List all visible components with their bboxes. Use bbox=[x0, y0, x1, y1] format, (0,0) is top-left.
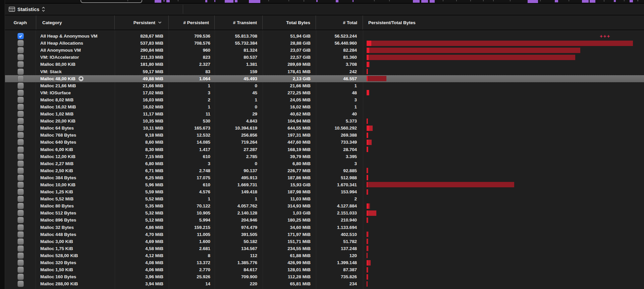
table-row[interactable]: Malloc 12,00 KiB7,15 MiB6102.78539,79 Mi… bbox=[5, 153, 644, 160]
graph-checkbox[interactable] bbox=[17, 132, 24, 138]
table-row[interactable]: Malloc 5,52 MiB5,52 MiB1111,03 MiB2 bbox=[5, 195, 644, 202]
graph-cell bbox=[5, 188, 36, 195]
graph-checkbox[interactable] bbox=[17, 54, 24, 60]
table-row[interactable]: Malloc 8,02 MiB16,03 MiB2124,05 MiB3 bbox=[5, 96, 644, 103]
graph-checkbox[interactable] bbox=[17, 153, 24, 160]
graph-checkbox[interactable] bbox=[17, 160, 24, 167]
table-row[interactable]: Malloc 1,02 MiB11,17 MiB112940,62 MiB40 bbox=[5, 110, 644, 117]
statistics-table-body: All Heap & Anonymous VM828,67 MiB709.536… bbox=[5, 30, 644, 287]
column-header-persistent[interactable]: Persistent bbox=[115, 15, 169, 30]
bar-overflow-marker: +++ bbox=[600, 33, 610, 40]
graph-checkbox[interactable] bbox=[17, 33, 24, 39]
table-row[interactable]: Malloc 384 Bytes6,25 MiB17.075495.913187… bbox=[5, 174, 644, 181]
table-row[interactable]: VM: Stack59,17 MiB83159178,41 MiB242 bbox=[5, 68, 644, 75]
table-row[interactable]: Malloc 448 Bytes4,70 MiB11.005391.505171… bbox=[5, 231, 644, 238]
column-header-num-transient[interactable]: # Transient bbox=[215, 15, 263, 30]
column-header-category[interactable]: Category bbox=[36, 15, 115, 30]
table-row[interactable]: All Heap Allocations537,83 MiB708.57655.… bbox=[5, 40, 644, 47]
graph-checkbox[interactable] bbox=[17, 40, 24, 46]
num-total-cell: 46.557 bbox=[316, 75, 363, 82]
table-row[interactable]: VM: IOAccelerator211,33 MiB82380.53722,5… bbox=[5, 54, 644, 61]
graph-checkbox[interactable] bbox=[17, 281, 24, 287]
graph-checkbox[interactable] bbox=[17, 196, 24, 202]
graph-checkbox[interactable] bbox=[17, 267, 24, 273]
persistent-cell: 211,33 MiB bbox=[115, 54, 169, 61]
num-total-cell: 10.560.292 bbox=[316, 125, 363, 132]
graph-checkbox[interactable] bbox=[17, 224, 24, 231]
table-row[interactable]: Malloc 1,50 KiB4,06 MiB2.77084.617128,01… bbox=[5, 266, 644, 273]
table-row[interactable]: Malloc 2,27 MiB6,80 MiB306,80 MiB3 bbox=[5, 160, 644, 167]
column-header-persistent-total-bytes[interactable]: Persistent/Total Bytes bbox=[363, 15, 644, 30]
graph-checkbox[interactable] bbox=[17, 68, 24, 75]
table-row[interactable]: All Anonymous VM290,84 MiB96081.32423,07… bbox=[5, 47, 644, 54]
table-row[interactable]: Malloc 20,00 KiB10,35 MiB5304.843104,94 … bbox=[5, 117, 644, 125]
jump-to-arrow-icon[interactable] bbox=[78, 76, 84, 81]
graph-checkbox[interactable] bbox=[17, 210, 24, 216]
graph-checkbox[interactable] bbox=[17, 125, 24, 131]
detail-view-jump-bar[interactable]: Statistics bbox=[9, 6, 45, 12]
graph-checkbox[interactable] bbox=[17, 189, 24, 195]
table-row[interactable]: Malloc 512 Bytes5,32 MiB10.9052.140.1281… bbox=[5, 209, 644, 216]
table-row[interactable]: Malloc 320 Bytes4,08 MiB13.3721.385.7764… bbox=[5, 259, 644, 266]
graph-checkbox[interactable] bbox=[17, 104, 24, 110]
graph-checkbox[interactable] bbox=[17, 245, 24, 252]
table-row[interactable]: Malloc 288,00 KiB3,94 MiB1422065,81 MiB2… bbox=[5, 280, 644, 287]
table-row[interactable]: Malloc 80 Bytes5,35 MiB70.1224.057.76231… bbox=[5, 202, 644, 209]
table-row[interactable]: Malloc 48,00 KiB49,88 MiB1.06445.4932,13… bbox=[5, 75, 644, 82]
category-cell: Malloc 21,66 MiB bbox=[36, 82, 115, 89]
column-header-graph[interactable]: Graph bbox=[5, 15, 36, 30]
num-total-cell: 733.349 bbox=[316, 139, 363, 146]
table-row[interactable]: Malloc 16,02 MiB16,02 MiB1016,02 MiB1 bbox=[5, 103, 644, 110]
column-header-num-total[interactable]: # Total bbox=[316, 15, 363, 30]
table-row[interactable]: Malloc 2,50 KiB6,71 MiB2.74890.137226,77… bbox=[5, 167, 644, 174]
graph-checkbox[interactable] bbox=[17, 231, 24, 238]
graph-checkbox[interactable] bbox=[17, 139, 24, 145]
table-row[interactable]: Malloc 6,00 KiB8,30 MiB1.41727.287168,19… bbox=[5, 146, 644, 153]
table-row[interactable]: VM: IOSurface17,02 MiB345272,25 MiB48 bbox=[5, 89, 644, 96]
table-row[interactable]: Malloc 160 Bytes3,96 MiB25.926709.900112… bbox=[5, 273, 644, 280]
graph-checkbox[interactable] bbox=[17, 97, 24, 103]
graph-checkbox[interactable] bbox=[17, 252, 24, 259]
table-row[interactable]: Malloc 1,75 KiB4,58 MiB2.681134.567234,5… bbox=[5, 245, 644, 252]
category-label: Malloc 5,52 MiB bbox=[40, 196, 73, 201]
table-row[interactable]: Malloc 80,00 KiB181,80 MiB2.3271.381289,… bbox=[5, 61, 644, 68]
graph-checkbox[interactable] bbox=[17, 259, 24, 266]
graph-checkbox[interactable] bbox=[17, 83, 24, 89]
table-row[interactable]: Malloc 21,66 MiB21,66 MiB1021,66 MiB1 bbox=[5, 82, 644, 89]
table-row[interactable]: Malloc 768 Bytes9,18 MiB12.532256.856197… bbox=[5, 132, 644, 139]
table-row[interactable]: Malloc 1,25 KiB5,59 MiB4.576149.418187,9… bbox=[5, 188, 644, 195]
category-label: Malloc 48,00 KiB bbox=[40, 76, 75, 81]
table-row[interactable]: Malloc 528,00 KiB4,12 MiB811261,88 MiB12… bbox=[5, 252, 644, 259]
category-cell: Malloc 768 Bytes bbox=[36, 132, 115, 139]
graph-checkbox[interactable] bbox=[17, 90, 24, 96]
table-row[interactable]: All Heap & Anonymous VM828,67 MiB709.536… bbox=[5, 33, 644, 40]
graph-checkbox[interactable] bbox=[17, 238, 24, 245]
graph-checkbox[interactable] bbox=[17, 47, 24, 53]
graph-checkbox[interactable] bbox=[17, 182, 24, 188]
persistent-cell: 59,17 MiB bbox=[115, 68, 169, 75]
column-header-total-bytes[interactable]: Total Bytes bbox=[263, 15, 316, 30]
graph-checkbox[interactable] bbox=[17, 118, 24, 124]
graph-checkbox[interactable] bbox=[17, 76, 24, 82]
table-row[interactable]: Malloc 10,00 KiB5,96 MiB6101.669.73115,9… bbox=[5, 181, 644, 188]
persistent-cell: 4,70 MiB bbox=[115, 231, 169, 238]
table-row[interactable]: Malloc 640 Bytes8,60 MiB14.085719.264447… bbox=[5, 139, 644, 146]
graph-checkbox[interactable] bbox=[17, 111, 24, 117]
table-row[interactable]: Malloc 3,00 KiB4,69 MiB1.60050.182151,71… bbox=[5, 238, 644, 245]
table-row[interactable]: Malloc 896 Bytes5,12 MiB5.994204.946180,… bbox=[5, 216, 644, 224]
persistent-total-bar-cell bbox=[363, 252, 644, 259]
track-selection-outline bbox=[80, 0, 142, 3]
graph-checkbox[interactable] bbox=[17, 175, 24, 181]
table-row[interactable]: Malloc 32 Bytes4,86 MiB159.215974.47934,… bbox=[5, 224, 644, 231]
graph-checkbox[interactable] bbox=[17, 217, 24, 223]
graph-checkbox[interactable] bbox=[17, 167, 24, 174]
graph-checkbox[interactable] bbox=[17, 61, 24, 67]
timeline-activity-mark bbox=[353, 0, 354, 2]
column-header-num-persistent[interactable]: # Persistent bbox=[169, 15, 215, 30]
graph-checkbox[interactable] bbox=[17, 274, 24, 280]
graph-checkbox[interactable] bbox=[17, 203, 24, 209]
category-label: Malloc 896 Bytes bbox=[40, 218, 76, 223]
table-row[interactable]: Malloc 64 Bytes10,11 MiB165.67310.394.61… bbox=[5, 125, 644, 132]
memory-usage-bar bbox=[367, 239, 368, 244]
graph-checkbox[interactable] bbox=[17, 146, 24, 153]
